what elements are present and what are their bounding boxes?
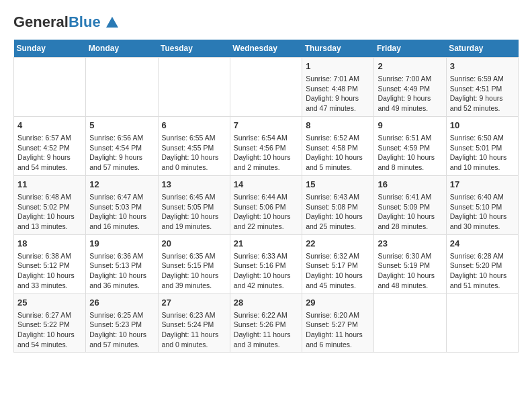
weekday-header-friday: Friday (374, 40, 446, 58)
day-number: 11 (17, 179, 82, 191)
calendar-cell: 12Sunrise: 6:47 AM Sunset: 5:03 PM Dayli… (86, 175, 158, 234)
calendar-cell: 21Sunrise: 6:33 AM Sunset: 5:16 PM Dayli… (230, 234, 302, 293)
calendar-cell (14, 57, 86, 116)
day-info: Sunrise: 6:47 AM Sunset: 5:03 PM Dayligh… (89, 192, 154, 232)
day-info: Sunrise: 6:20 AM Sunset: 5:27 PM Dayligh… (306, 310, 370, 350)
header-row: SundayMondayTuesdayWednesdayThursdayFrid… (14, 40, 519, 58)
day-number: 23 (378, 238, 442, 250)
calendar-cell: 9Sunrise: 6:51 AM Sunset: 4:59 PM Daylig… (374, 116, 446, 175)
calendar-cell: 14Sunrise: 6:44 AM Sunset: 5:06 PM Dayli… (230, 175, 302, 234)
calendar-cell: 22Sunrise: 6:32 AM Sunset: 5:17 PM Dayli… (302, 234, 374, 293)
calendar-cell: 17Sunrise: 6:40 AM Sunset: 5:10 PM Dayli… (446, 175, 518, 234)
day-info: Sunrise: 6:23 AM Sunset: 5:24 PM Dayligh… (162, 310, 226, 350)
day-number: 17 (450, 179, 515, 191)
weekday-header-thursday: Thursday (302, 40, 374, 58)
calendar-cell: 1Sunrise: 7:01 AM Sunset: 4:48 PM Daylig… (302, 57, 374, 116)
weekday-header-wednesday: Wednesday (230, 40, 302, 58)
day-info: Sunrise: 6:35 AM Sunset: 5:15 PM Dayligh… (162, 251, 226, 291)
day-info: Sunrise: 7:00 AM Sunset: 4:49 PM Dayligh… (378, 74, 442, 113)
day-info: Sunrise: 6:55 AM Sunset: 4:55 PM Dayligh… (162, 133, 226, 173)
day-number: 21 (234, 238, 298, 250)
logo-blue-text: Blue (69, 13, 101, 30)
day-info: Sunrise: 6:44 AM Sunset: 5:06 PM Dayligh… (234, 192, 298, 232)
day-number: 8 (306, 120, 370, 132)
calendar-week-1: 1Sunrise: 7:01 AM Sunset: 4:48 PM Daylig… (14, 57, 519, 116)
calendar-cell: 27Sunrise: 6:23 AM Sunset: 5:24 PM Dayli… (158, 293, 230, 353)
day-info: Sunrise: 6:41 AM Sunset: 5:09 PM Dayligh… (378, 192, 442, 232)
logo-icon (105, 15, 120, 33)
day-info: Sunrise: 6:52 AM Sunset: 4:58 PM Dayligh… (306, 133, 370, 173)
calendar-cell: 29Sunrise: 6:20 AM Sunset: 5:27 PM Dayli… (302, 293, 374, 353)
weekday-header-saturday: Saturday (446, 40, 518, 58)
calendar-cell: 19Sunrise: 6:36 AM Sunset: 5:13 PM Dayli… (86, 234, 158, 293)
day-info: Sunrise: 6:32 AM Sunset: 5:17 PM Dayligh… (306, 251, 370, 291)
day-info: Sunrise: 6:28 AM Sunset: 5:20 PM Dayligh… (450, 251, 515, 291)
calendar-cell: 23Sunrise: 6:30 AM Sunset: 5:19 PM Dayli… (374, 234, 446, 293)
day-number: 22 (306, 238, 370, 250)
day-number: 15 (306, 179, 370, 191)
calendar-cell: 8Sunrise: 6:52 AM Sunset: 4:58 PM Daylig… (302, 116, 374, 175)
day-number: 18 (17, 238, 82, 250)
day-number: 3 (450, 60, 515, 73)
day-number: 20 (162, 238, 226, 250)
calendar-cell: 16Sunrise: 6:41 AM Sunset: 5:09 PM Dayli… (374, 175, 446, 234)
day-number: 29 (306, 297, 370, 309)
day-number: 27 (162, 297, 226, 309)
day-info: Sunrise: 6:51 AM Sunset: 4:59 PM Dayligh… (378, 133, 442, 173)
day-info: Sunrise: 7:01 AM Sunset: 4:48 PM Dayligh… (306, 74, 370, 113)
logo-general: General (13, 13, 69, 30)
day-info: Sunrise: 6:57 AM Sunset: 4:52 PM Dayligh… (17, 133, 82, 173)
calendar-cell: 25Sunrise: 6:27 AM Sunset: 5:22 PM Dayli… (14, 293, 86, 353)
day-number: 10 (450, 120, 515, 132)
day-number: 16 (378, 179, 442, 191)
page-header: GeneralBlue (13, 13, 519, 33)
calendar-week-5: 25Sunrise: 6:27 AM Sunset: 5:22 PM Dayli… (14, 293, 519, 353)
day-info: Sunrise: 6:40 AM Sunset: 5:10 PM Dayligh… (450, 192, 515, 232)
calendar-cell: 13Sunrise: 6:45 AM Sunset: 5:05 PM Dayli… (158, 175, 230, 234)
calendar-cell: 24Sunrise: 6:28 AM Sunset: 5:20 PM Dayli… (446, 234, 518, 293)
calendar-cell (446, 293, 518, 353)
weekday-header-monday: Monday (86, 40, 158, 58)
day-number: 14 (234, 179, 298, 191)
day-number: 25 (17, 297, 82, 309)
day-info: Sunrise: 6:45 AM Sunset: 5:05 PM Dayligh… (162, 192, 226, 232)
day-info: Sunrise: 6:54 AM Sunset: 4:56 PM Dayligh… (234, 133, 298, 173)
calendar-cell: 4Sunrise: 6:57 AM Sunset: 4:52 PM Daylig… (14, 116, 86, 175)
calendar-cell: 5Sunrise: 6:56 AM Sunset: 4:54 PM Daylig… (86, 116, 158, 175)
logo: GeneralBlue (13, 13, 120, 33)
day-number: 28 (234, 297, 298, 309)
day-number: 26 (89, 297, 154, 309)
calendar-week-4: 18Sunrise: 6:38 AM Sunset: 5:12 PM Dayli… (14, 234, 519, 293)
calendar-cell: 26Sunrise: 6:25 AM Sunset: 5:23 PM Dayli… (86, 293, 158, 353)
svg-marker-0 (106, 17, 118, 28)
calendar-table: SundayMondayTuesdayWednesdayThursdayFrid… (13, 40, 519, 353)
day-info: Sunrise: 6:48 AM Sunset: 5:02 PM Dayligh… (17, 192, 82, 232)
calendar-cell: 7Sunrise: 6:54 AM Sunset: 4:56 PM Daylig… (230, 116, 302, 175)
day-info: Sunrise: 6:43 AM Sunset: 5:08 PM Dayligh… (306, 192, 370, 232)
calendar-cell: 10Sunrise: 6:50 AM Sunset: 5:01 PM Dayli… (446, 116, 518, 175)
day-info: Sunrise: 6:50 AM Sunset: 5:01 PM Dayligh… (450, 133, 515, 173)
day-number: 4 (17, 120, 82, 132)
day-number: 6 (162, 120, 226, 132)
day-number: 9 (378, 120, 442, 132)
weekday-header-sunday: Sunday (14, 40, 86, 58)
day-number: 19 (89, 238, 154, 250)
day-info: Sunrise: 6:30 AM Sunset: 5:19 PM Dayligh… (378, 251, 442, 291)
day-info: Sunrise: 6:27 AM Sunset: 5:22 PM Dayligh… (17, 310, 82, 350)
calendar-cell (86, 57, 158, 116)
calendar-cell: 20Sunrise: 6:35 AM Sunset: 5:15 PM Dayli… (158, 234, 230, 293)
day-info: Sunrise: 6:38 AM Sunset: 5:12 PM Dayligh… (17, 251, 82, 291)
calendar-cell: 2Sunrise: 7:00 AM Sunset: 4:49 PM Daylig… (374, 57, 446, 116)
day-info: Sunrise: 6:25 AM Sunset: 5:23 PM Dayligh… (89, 310, 154, 350)
day-info: Sunrise: 6:22 AM Sunset: 5:26 PM Dayligh… (234, 310, 298, 350)
day-number: 5 (89, 120, 154, 132)
day-info: Sunrise: 6:36 AM Sunset: 5:13 PM Dayligh… (89, 251, 154, 291)
day-number: 13 (162, 179, 226, 191)
calendar-cell: 6Sunrise: 6:55 AM Sunset: 4:55 PM Daylig… (158, 116, 230, 175)
day-number: 24 (450, 238, 515, 250)
weekday-header-tuesday: Tuesday (158, 40, 230, 58)
logo-text: GeneralBlue (13, 13, 120, 33)
calendar-cell (158, 57, 230, 116)
day-number: 7 (234, 120, 298, 132)
day-info: Sunrise: 6:59 AM Sunset: 4:51 PM Dayligh… (450, 74, 515, 113)
